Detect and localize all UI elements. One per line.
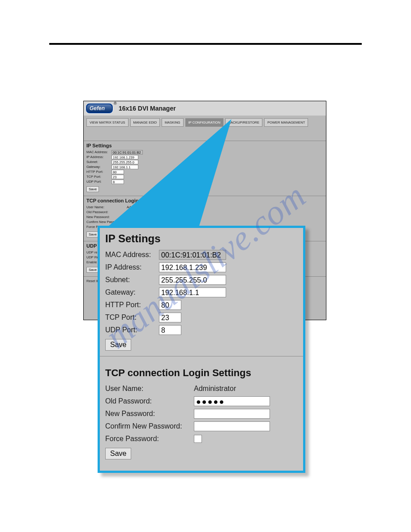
tcp-save-button[interactable]: Save bbox=[105, 448, 131, 459]
ip-input[interactable]: 192.168.1.239 bbox=[159, 262, 226, 272]
titlebar: Gefen ® 16x16 DVI Manager bbox=[84, 101, 326, 116]
mac-input: 00:1C:91:01:01:B2 bbox=[159, 250, 226, 260]
http-label: HTTP Port: bbox=[105, 301, 159, 309]
tcp-login-heading: TCP connection Login Settings bbox=[105, 367, 298, 379]
app-title: 16x16 DVI Manager bbox=[119, 105, 176, 112]
oldpw-label: Old Password: bbox=[105, 397, 194, 405]
brand-text: Gefen bbox=[90, 105, 105, 112]
tab-power-management[interactable]: POWER MANAGEMENT bbox=[264, 118, 308, 127]
newpw-label: New Password: bbox=[105, 410, 194, 418]
ip-save-button-small[interactable]: Save bbox=[86, 186, 99, 192]
username-label: User Name: bbox=[105, 385, 194, 393]
username-value: Administrator bbox=[194, 385, 236, 393]
ip-label: IP Address: bbox=[105, 263, 159, 271]
forcepw-label: Force Password: bbox=[105, 435, 194, 443]
registered-icon: ® bbox=[114, 101, 117, 106]
confpw-input[interactable] bbox=[194, 421, 270, 431]
gateway-input[interactable]: 192.168.1.1 bbox=[159, 287, 226, 297]
tcp-label: TCP Port: bbox=[105, 313, 159, 322]
subnet-input[interactable]: 255.255.255.0 bbox=[159, 275, 226, 285]
confpw-label: Confirm New Password: bbox=[105, 422, 194, 430]
tcp-save-button-small[interactable]: Save bbox=[86, 232, 99, 237]
forcepw-checkbox[interactable] bbox=[194, 435, 202, 443]
udp-save-button-small[interactable]: Save bbox=[86, 267, 99, 273]
ip-settings-section: IP Settings MAC Address:00:1C:91:01:01:B… bbox=[100, 228, 303, 356]
tcp-input[interactable]: 23 bbox=[159, 313, 181, 322]
gateway-label: Gateway: bbox=[105, 288, 159, 296]
ip-save-button[interactable]: Save bbox=[105, 339, 131, 351]
udp-label: UDP Port: bbox=[105, 326, 159, 334]
subnet-label: Subnet: bbox=[105, 276, 159, 284]
tcp-login-section: TCP connection Login Settings User Name:… bbox=[100, 356, 303, 465]
udp-input[interactable]: 8 bbox=[159, 325, 181, 335]
oldpw-input[interactable]: ●●●●● bbox=[194, 396, 270, 406]
zoom-panel: IP Settings MAC Address:00:1C:91:01:01:B… bbox=[98, 226, 305, 473]
svg-marker-0 bbox=[104, 119, 231, 230]
header-rule bbox=[49, 43, 362, 45]
newpw-input[interactable] bbox=[194, 409, 270, 419]
mac-label: MAC Address: bbox=[105, 251, 159, 259]
brand-logo: Gefen bbox=[86, 103, 113, 114]
zoom-overlay: IP Settings MAC Address:00:1C:91:01:01:B… bbox=[98, 226, 305, 473]
http-input[interactable]: 80 bbox=[159, 300, 181, 310]
ip-settings-heading: IP Settings bbox=[105, 232, 298, 245]
